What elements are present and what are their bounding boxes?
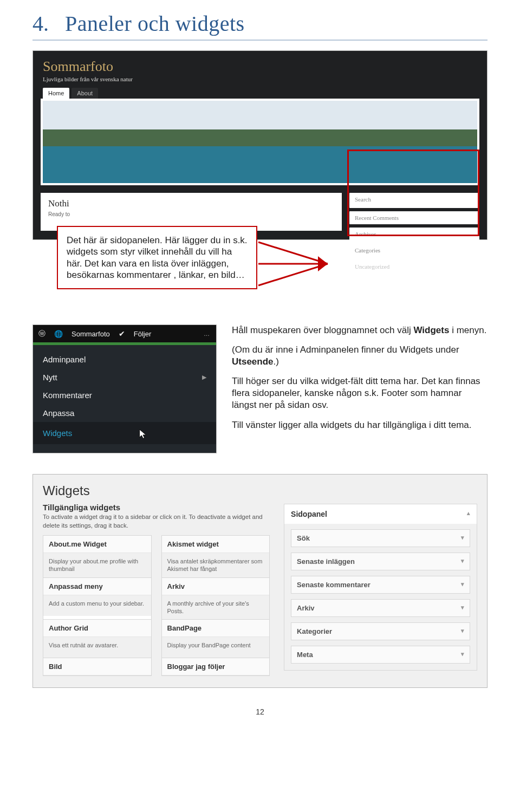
page-number: 12 [32, 707, 487, 716]
nav-tab-about[interactable]: About [72, 88, 98, 99]
section-heading: 4. Paneler och widgets [32, 11, 487, 36]
sidebar-item: Archives [349, 228, 479, 241]
widget-card[interactable]: Anpassad menyAdd a custom menu to your s… [43, 577, 152, 620]
chevron-right-icon: ▶ [202, 374, 206, 381]
sidebar-item: Recent Comments [349, 211, 479, 224]
widget-card-title: Arkiv [162, 578, 270, 595]
widget-card-desc: Display your about.me profile with thumb… [43, 553, 151, 577]
heading-number: 4. [32, 11, 49, 36]
widget-card[interactable]: BandPageDisplay your BandPage content [161, 619, 270, 658]
sidebar-item: Uncategorized [349, 260, 479, 273]
topbar-following[interactable]: Följer [134, 330, 152, 338]
text: Till höger ser du vilka widget-fält ditt… [232, 375, 487, 411]
widget-card-title: Bild [43, 658, 151, 675]
widget-card-title: Akismet widget [162, 536, 270, 553]
widgets-admin-screenshot: Widgets Tillgängliga widgets To activate… [32, 474, 487, 688]
instruction-paragraphs: Håll muspekaren över bloggnamnet och väl… [232, 324, 487, 439]
nav-tab-home[interactable]: Home [43, 88, 69, 99]
text: Håll muspekaren över bloggnamnet och väl… [232, 325, 413, 335]
widget-card-title: Author Grid [43, 620, 151, 637]
widget-card-title: BandPage [162, 620, 270, 637]
sidebar-widget-row[interactable]: Senaste kommentarer▾ [291, 576, 470, 594]
blog-nav: Home About [33, 88, 487, 99]
widget-card[interactable]: Akismet widgetVisa antalet skräpkommenta… [161, 535, 270, 578]
sidebar-widget-label: Arkiv [297, 604, 315, 612]
blog-title: Sommarfoto [33, 51, 487, 76]
sidebar-widget-label: Senaste inläggen [297, 557, 355, 566]
sidebar-widget-row[interactable]: Meta▾ [291, 646, 470, 664]
text: (Om du är inne i Adminpanelen finner du … [232, 345, 459, 355]
widget-card[interactable]: Author GridVisa ett rutnät av avatarer. [43, 619, 152, 658]
admin-dropdown-menu: Adminpanel Nytt▶ Kommentarer Anpassa Wid… [33, 345, 216, 453]
topbar-site-name[interactable]: Sommarfoto [72, 330, 110, 338]
arrow-icon [257, 231, 349, 296]
callout-text: Det här är sidopanelen. Här lägger du in… [57, 226, 257, 289]
widget-card-title: About.me Widget [43, 536, 151, 553]
text: i menyn. [449, 325, 486, 335]
chevron-down-icon: ▾ [461, 534, 464, 542]
widget-card-desc: Visa antalet skräpkommentarer som Akisme… [162, 553, 270, 577]
widget-card-desc: Visa ett rutnät av avatarer. [43, 637, 151, 658]
sidebar-panel-header[interactable]: Sidopanel ▴ [284, 504, 477, 524]
sidebar-widget-row[interactable]: Senaste inläggen▾ [291, 553, 470, 570]
main-sub: Ready to [48, 211, 334, 217]
wordpress-icon[interactable]: ⓦ [38, 329, 46, 339]
bold-widgets: Widgets [413, 325, 449, 335]
sidebar-widget-label: Senaste kommentarer [297, 581, 370, 589]
chevron-down-icon: ▾ [461, 604, 464, 612]
chevron-down-icon: ▾ [461, 581, 464, 589]
bold-utseende: Utseende [232, 356, 274, 367]
text: .) [274, 356, 279, 367]
chevron-up-icon: ▴ [467, 510, 470, 518]
menu-adminpanel[interactable]: Adminpanel [33, 350, 216, 368]
widget-card[interactable]: Bild [43, 658, 152, 676]
globe-icon[interactable]: 🌐 [54, 330, 63, 338]
menu-anpassa[interactable]: Anpassa [33, 404, 216, 422]
widget-card-desc: Display your BandPage content [162, 637, 270, 658]
widget-card[interactable]: ArkivA monthly archive of your site's Po… [161, 577, 270, 620]
sidebar-widget-label: Sök [297, 534, 310, 542]
blog-sidebar: Search Recent Comments Archives Categori… [349, 193, 479, 273]
main-heading: Nothi [48, 198, 334, 209]
sidebar-widget-row[interactable]: Arkiv▾ [291, 599, 470, 617]
sidebar-widget-row[interactable]: Kategorier▾ [291, 622, 470, 640]
sidebar-widget-label: Kategorier [297, 627, 332, 635]
sidebar-widgets-column: Sidopanel ▴ Sök▾Senaste inläggen▾Senaste… [284, 503, 477, 675]
blog-hero-image [41, 99, 479, 185]
heading-title: Paneler och widgets [65, 11, 245, 36]
widget-card[interactable]: Bloggar jag följer [161, 658, 270, 676]
menu-kommentarer[interactable]: Kommentarer [33, 386, 216, 404]
available-widgets-column: Tillgängliga widgets To activate a widge… [43, 503, 270, 675]
available-help: To activate a widget drag it to a sideba… [43, 513, 270, 530]
sidebar-item[interactable]: Search [349, 193, 479, 208]
admin-menu-screenshot: ⓦ 🌐 Sommarfoto ✔ Följer … Adminpanel Nyt… [32, 324, 217, 453]
topbar-dots: … [204, 330, 210, 337]
blog-tagline: Ljuvliga bilder från vår svenska natur [33, 76, 487, 88]
widget-card[interactable]: About.me WidgetDisplay your about.me pro… [43, 535, 152, 578]
widget-card-title: Bloggar jag följer [162, 658, 270, 675]
sidebar-widget-label: Meta [297, 651, 313, 659]
widgets-title: Widgets [43, 483, 477, 498]
follow-check-icon[interactable]: ✔ [119, 329, 125, 338]
cursor-icon [138, 428, 150, 442]
available-subtitle: Tillgängliga widgets [43, 503, 270, 512]
chevron-down-icon: ▾ [461, 651, 464, 659]
admin-topbar: ⓦ 🌐 Sommarfoto ✔ Följer … [33, 325, 216, 342]
text: Till vänster ligger alla widgets du har … [232, 419, 487, 431]
widget-card-title: Anpassad meny [43, 578, 151, 595]
widget-card-desc: Add a custom menu to your sidebar. [43, 595, 151, 616]
blog-preview-screenshot: Sommarfoto Ljuvliga bilder från vår sven… [32, 50, 487, 240]
menu-nytt[interactable]: Nytt▶ [33, 368, 216, 386]
chevron-down-icon: ▾ [461, 557, 464, 566]
heading-rule [32, 40, 487, 41]
sidebar-widget-row[interactable]: Sök▾ [291, 529, 470, 547]
blog-main-column: Nothi Ready to [41, 193, 342, 231]
chevron-down-icon: ▾ [461, 627, 464, 635]
menu-widgets[interactable]: Widgets [33, 422, 216, 444]
widget-card-desc: A monthly archive of your site's Posts. [162, 595, 270, 620]
sidebar-panel-title: Sidopanel [291, 510, 327, 518]
sidebar-item: Categories [349, 244, 479, 257]
